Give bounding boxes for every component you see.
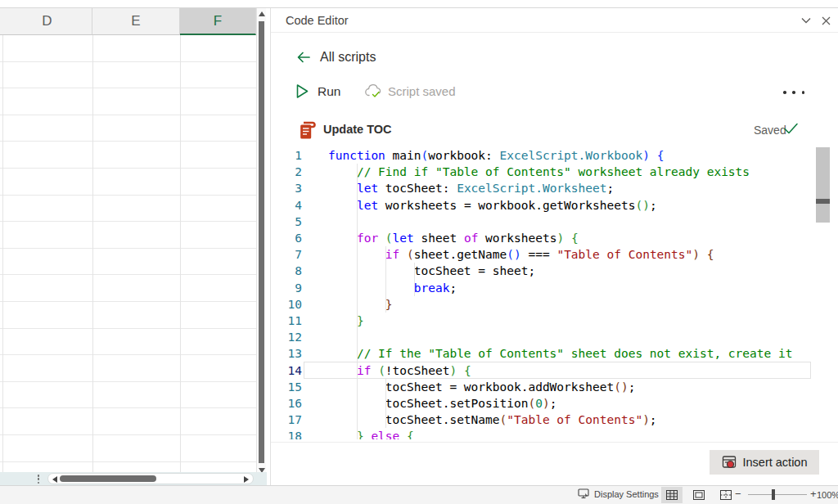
zoom-level-label[interactable]: 100% <box>817 490 838 500</box>
line-number: 5 <box>271 215 302 228</box>
office-script-icon <box>298 121 316 144</box>
run-button[interactable]: Run <box>295 83 340 99</box>
sheet-hscroll-thumb[interactable] <box>60 475 156 482</box>
chevron-down-icon[interactable] <box>798 12 814 29</box>
display-settings-button[interactable]: Display Settings <box>578 488 659 499</box>
panel-header: Code Editor <box>271 8 838 33</box>
sheet-vscroll-thumb[interactable] <box>259 21 264 463</box>
code-line-2[interactable]: 2 // Find if "Table of Contents" workshe… <box>271 164 832 180</box>
line-text: tocSheet.setName("Table of Contents"); <box>302 412 832 428</box>
code-line-17[interactable]: 17 tocSheet.setName("Table of Contents")… <box>271 412 832 428</box>
line-number: 8 <box>271 264 302 277</box>
line-number: 3 <box>271 182 302 195</box>
page-break-view-button[interactable] <box>715 487 737 503</box>
script-toolbar: Run Script saved <box>271 80 838 111</box>
gridline <box>92 35 93 472</box>
normal-view-button[interactable] <box>661 487 683 503</box>
line-number: 4 <box>271 199 302 212</box>
line-text: tocSheet.setPosition(0); <box>302 395 832 412</box>
line-text: let worksheets = workbook.getWorksheets(… <box>302 197 832 214</box>
line-number: 2 <box>271 165 302 178</box>
line-number: 7 <box>271 248 302 261</box>
worksheet-grid[interactable] <box>0 35 256 472</box>
line-number: 9 <box>271 281 302 295</box>
code-line-3[interactable]: 3 let tocSheet: ExcelScript.Worksheet; <box>271 180 832 196</box>
code-line-7[interactable]: 7 if (sheet.getName() === "Table of Cont… <box>271 246 832 263</box>
line-text <box>302 214 832 230</box>
scroll-up-icon[interactable] <box>259 11 265 16</box>
code-line-1[interactable]: 1function main(workbook: ExcelScript.Wor… <box>271 147 832 164</box>
code-line-16[interactable]: 16 tocSheet.setPosition(0); <box>271 395 832 412</box>
line-number: 15 <box>271 380 302 394</box>
scroll-left-icon[interactable] <box>52 476 57 483</box>
more-options-button[interactable] <box>783 88 804 97</box>
column-headers: DEF <box>0 8 256 35</box>
line-text: let tocSheet: ExcelScript.Worksheet; <box>302 180 832 196</box>
editor-scrollbar[interactable] <box>816 147 830 439</box>
page-layout-view-button[interactable] <box>688 487 710 503</box>
status-bar: Display Settings − <box>0 485 838 504</box>
line-number: 12 <box>271 331 302 344</box>
code-line-10[interactable]: 10 } <box>271 296 832 313</box>
zoom-out-button[interactable]: − <box>735 488 741 500</box>
close-icon[interactable] <box>818 12 834 29</box>
column-header-D[interactable]: D <box>2 8 92 35</box>
line-text <box>302 329 832 345</box>
zoom-slider[interactable] <box>748 494 807 495</box>
page-layout-icon <box>693 490 705 500</box>
all-scripts-label[interactable]: All scripts <box>320 50 376 65</box>
gridline <box>180 35 181 472</box>
scroll-right-icon[interactable] <box>244 476 249 483</box>
code-editor-panel: Code Editor All scripts Run <box>270 8 838 485</box>
column-header-F[interactable]: F <box>180 8 256 35</box>
display-settings-icon <box>578 488 590 499</box>
script-name[interactable]: Update TOC <box>323 123 392 136</box>
saved-label: Saved <box>754 124 786 137</box>
code-line-8[interactable]: 8 tocSheet = sheet; <box>271 263 832 279</box>
code-line-4[interactable]: 4 let worksheets = workbook.getWorksheet… <box>271 197 832 214</box>
code-line-9[interactable]: 9 break; <box>271 280 832 296</box>
column-header-E[interactable]: E <box>92 8 180 35</box>
insert-action-label: Insert action <box>743 456 808 469</box>
code-line-18[interactable]: 18 } else { <box>271 428 832 439</box>
code-line-11[interactable]: 11 } <box>271 313 832 329</box>
line-text: if (sheet.getName() === "Table of Conten… <box>302 246 832 263</box>
save-status: Script saved <box>364 83 456 99</box>
line-text: break; <box>302 280 832 296</box>
line-text: // If the "Table of Contents" sheet does… <box>302 345 832 362</box>
line-text: tocSheet = sheet; <box>302 263 832 279</box>
run-play-icon <box>295 83 309 99</box>
worksheet-region[interactable]: DEF <box>0 8 270 485</box>
cursor-position-marker <box>816 199 830 204</box>
zoom-slider-thumb[interactable] <box>772 489 775 500</box>
code-line-6[interactable]: 6 for (let sheet of worksheets) { <box>271 230 832 246</box>
code-lines[interactable]: 1function main(workbook: ExcelScript.Wor… <box>271 147 832 439</box>
back-arrow-icon[interactable] <box>295 49 312 65</box>
line-number: 13 <box>271 347 302 360</box>
code-line-14[interactable]: 14 if (!tocSheet) { <box>271 362 832 378</box>
insert-action-button[interactable]: Insert action <box>710 450 819 475</box>
code-line-12[interactable]: 12 <box>271 329 832 345</box>
line-number: 1 <box>271 149 302 162</box>
zoom-in-button[interactable]: + <box>810 488 817 500</box>
run-label: Run <box>318 84 340 99</box>
sheet-horizontal-scrollbar[interactable] <box>47 473 254 484</box>
line-number: 16 <box>271 397 302 410</box>
line-number: 11 <box>271 314 302 327</box>
panel-footer: Insert action <box>271 442 838 485</box>
code-line-5[interactable]: 5 <box>271 214 832 230</box>
code-line-13[interactable]: 13 // If the "Table of Contents" sheet d… <box>271 345 832 362</box>
back-to-all-scripts[interactable]: All scripts <box>271 44 376 70</box>
formula-bar-edge <box>0 0 838 8</box>
line-number: 10 <box>271 298 302 311</box>
scrollbar-resize-handle[interactable] <box>37 475 40 484</box>
cloud-saved-icon <box>364 83 383 99</box>
sheet-horizontal-scroll-area <box>0 472 267 485</box>
editor-scrollbar-thumb[interactable] <box>816 147 830 223</box>
line-text: } <box>302 313 832 329</box>
sheet-vertical-scrollbar[interactable] <box>256 8 266 481</box>
code-line-15[interactable]: 15 tocSheet = workbook.addWorksheet(); <box>271 379 832 395</box>
line-text: tocSheet = workbook.addWorksheet(); <box>302 379 832 395</box>
line-number: 6 <box>271 232 302 245</box>
script-title-row: Update TOC Saved <box>271 118 838 146</box>
